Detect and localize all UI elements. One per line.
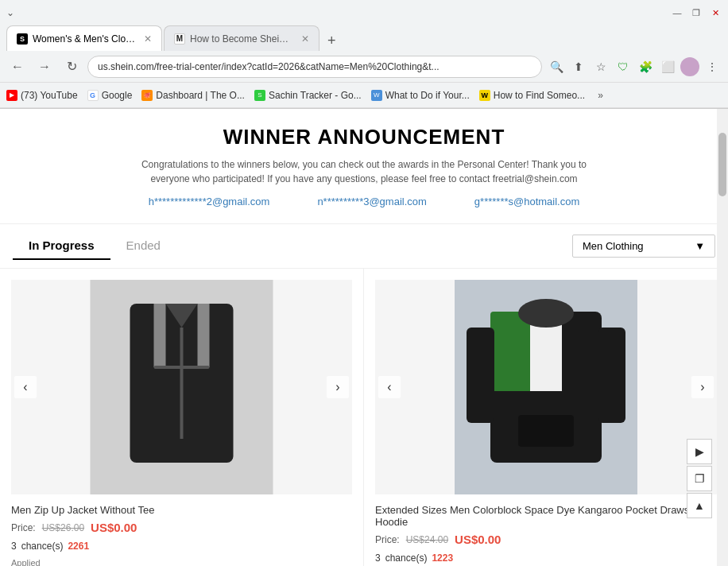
bookmark-what[interactable]: W What to Do if Your... xyxy=(371,90,470,101)
bookmark-star-icon[interactable]: ☆ xyxy=(591,57,610,76)
product-2-original-price: US$24.00 xyxy=(406,534,448,545)
side-controls: ▶ ❐ ▲ xyxy=(687,439,712,518)
m-favicon: M xyxy=(174,33,185,45)
svg-rect-12 xyxy=(598,328,625,423)
bookmark-dashboard-label: Dashboard | The O... xyxy=(156,90,245,101)
side-copy-button[interactable]: ❐ xyxy=(687,466,712,491)
browser-chrome: ⌄ — ❐ ✕ S Women's & Men's Clothing, Sho.… xyxy=(0,0,728,109)
forward-button[interactable]: → xyxy=(33,56,56,78)
restore-button[interactable]: ❐ xyxy=(690,6,703,19)
page-content: WINNER ANNOUNCEMENT Congratulations to t… xyxy=(0,109,728,566)
product-1-price: Price: US$26.00 US$0.00 xyxy=(11,521,352,534)
winner-email-1: h*************2@gmail.com xyxy=(149,196,270,207)
new-tab-button[interactable]: + xyxy=(321,30,343,51)
filter-chevron-icon: ▼ xyxy=(695,240,705,252)
product-1-next-arrow[interactable]: › xyxy=(327,376,349,398)
product-2-price: Price: US$24.00 US$0.00 xyxy=(375,533,717,546)
product-1-original-price: US$26.00 xyxy=(42,522,84,533)
product-2-chances-label: chance(s) xyxy=(385,552,428,564)
scrollbar-thumb[interactable] xyxy=(718,133,726,196)
product-2-current-price: US$0.00 xyxy=(455,533,501,546)
title-bar-left: ⌄ xyxy=(6,7,19,18)
refresh-button[interactable]: ↻ xyxy=(60,56,83,78)
bookmark-sachin[interactable]: S Sachin Tracker - Go... xyxy=(254,90,362,101)
category-filter-dropdown[interactable]: Men Clothing ▼ xyxy=(572,235,715,258)
svg-rect-14 xyxy=(518,415,574,447)
winner-emails: h*************2@gmail.com n**********3@g… xyxy=(16,196,712,207)
address-bar-icons: 🔍 ⬆ ☆ 🛡 🧩 ⬜ ⋮ xyxy=(547,57,722,76)
product-2-chances-count: 1223 xyxy=(432,552,453,564)
browser-tab-2[interactable]: M How to Become Shein Free Trial ... ✕ xyxy=(164,25,319,51)
product-1-applied: Applied xyxy=(11,558,352,566)
tab-in-progress[interactable]: In Progress xyxy=(13,232,110,260)
how-favicon: W xyxy=(479,90,490,101)
sachin-favicon: S xyxy=(254,90,265,101)
tabs-filter-bar: In Progress Ended Men Clothing ▼ xyxy=(0,224,728,269)
tab-1-close[interactable]: ✕ xyxy=(144,33,152,45)
svg-rect-6 xyxy=(180,328,184,439)
tab-2-close[interactable]: ✕ xyxy=(301,33,309,45)
winner-email-3: g*******s@hotmail.com xyxy=(474,196,579,207)
hoodie-image xyxy=(375,280,717,494)
winner-email-2: n**********3@gmail.com xyxy=(317,196,426,207)
side-play-button[interactable]: ▶ xyxy=(687,439,712,464)
tab-2-label: How to Become Shein Free Trial ... xyxy=(190,33,293,45)
bookmark-how[interactable]: W How to Find Someo... xyxy=(479,90,585,101)
tab-ended[interactable]: Ended xyxy=(110,232,176,260)
product-2-chances-num: 3 xyxy=(375,552,381,564)
youtube-favicon: ▶ xyxy=(6,90,17,101)
svg-rect-2 xyxy=(154,304,166,367)
bookmark-dashboard[interactable]: 🐙 Dashboard | The O... xyxy=(141,90,245,101)
tab-1-label: Women's & Men's Clothing, Sho... xyxy=(33,33,136,45)
product-card-1: ‹ › Men Zip Up Jacket Without Tee Price:… xyxy=(0,269,364,566)
profile-avatar[interactable] xyxy=(680,57,699,76)
page-tabs: In Progress Ended xyxy=(13,232,176,260)
side-up-button[interactable]: ▲ xyxy=(687,493,712,518)
product-2-next-arrow[interactable]: › xyxy=(691,376,714,398)
products-grid: ‹ › Men Zip Up Jacket Without Tee Price:… xyxy=(0,269,728,566)
winner-subtitle: Congratulations to the winners below, yo… xyxy=(126,157,602,186)
address-bar: ← → ↻ 🔍 ⬆ ☆ 🛡 🧩 ⬜ ⋮ xyxy=(0,51,728,83)
tabs-bar: S Women's & Men's Clothing, Sho... ✕ M H… xyxy=(0,25,728,51)
product-2-price-label: Price: xyxy=(375,534,400,545)
dashboard-favicon: 🐙 xyxy=(141,90,153,101)
close-button[interactable]: ✕ xyxy=(709,6,722,19)
share-icon[interactable]: ⬆ xyxy=(569,57,588,76)
bookmark-sachin-label: Sachin Tracker - Go... xyxy=(269,90,362,101)
svg-rect-3 xyxy=(198,304,210,367)
bookmark-youtube[interactable]: ▶ (73) YouTube xyxy=(6,90,78,101)
shein-favicon: S xyxy=(17,33,28,45)
more-menu-button[interactable]: ⋮ xyxy=(703,57,722,76)
minimize-button[interactable]: — xyxy=(671,6,683,19)
product-1-current-price: US$0.00 xyxy=(91,521,137,534)
bookmarks-bar: ▶ (73) YouTube G Google 🐙 Dashboard | Th… xyxy=(0,83,728,108)
chevron-down-icon[interactable]: ⌄ xyxy=(6,7,14,18)
product-2-title: Extended Sizes Men Colorblock Space Dye … xyxy=(375,504,717,528)
winner-title: WINNER ANNOUNCEMENT xyxy=(16,125,712,149)
jacket-image xyxy=(11,280,352,494)
window-controls: — ❐ ✕ xyxy=(671,6,722,19)
browser-tab-1[interactable]: S Women's & Men's Clothing, Sho... ✕ xyxy=(6,25,162,51)
product-2-prev-arrow[interactable]: ‹ xyxy=(378,376,401,398)
back-button[interactable]: ← xyxy=(6,56,29,78)
url-input[interactable] xyxy=(87,56,542,78)
product-image-1: ‹ › xyxy=(11,280,352,494)
bookmark-how-label: How to Find Someo... xyxy=(494,90,585,101)
scrollbar-track[interactable] xyxy=(717,109,728,566)
bookmark-google[interactable]: G Google xyxy=(87,90,133,101)
google-favicon: G xyxy=(87,90,99,101)
product-2-chances: 3 chance(s) 1223 xyxy=(375,552,717,564)
bookmarks-more-button[interactable]: » xyxy=(598,90,603,101)
extensions-icon[interactable]: 🧩 xyxy=(636,57,655,76)
what-favicon: W xyxy=(371,90,382,101)
shield-icon[interactable]: 🛡 xyxy=(614,57,633,76)
product-1-title: Men Zip Up Jacket Without Tee xyxy=(11,504,352,516)
svg-point-13 xyxy=(518,299,574,328)
product-1-chances-count: 2261 xyxy=(68,541,89,552)
product-1-prev-arrow[interactable]: ‹ xyxy=(14,376,37,398)
window-icon[interactable]: ⬜ xyxy=(658,57,677,76)
search-icon[interactable]: 🔍 xyxy=(547,57,566,76)
bookmark-youtube-label: (73) YouTube xyxy=(21,90,78,101)
svg-rect-11 xyxy=(467,328,494,423)
product-1-chances-label: chance(s) xyxy=(21,541,64,552)
